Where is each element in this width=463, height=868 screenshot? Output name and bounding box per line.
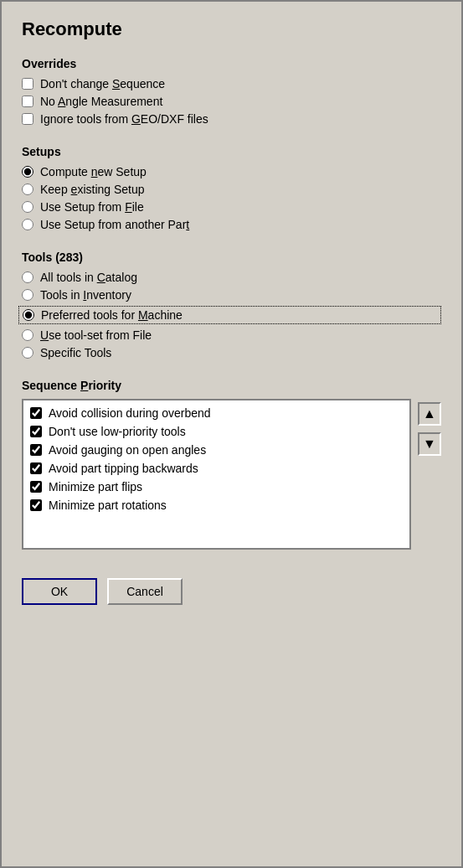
setup-keep-existing: Keep existing Setup — [22, 183, 441, 196]
setup-keep-existing-radio[interactable] — [22, 183, 33, 195]
tools-preferred-machine-label: Preferred tools for Machine — [41, 308, 183, 322]
sequence-priority-section: Sequence Priority Avoid collision during… — [22, 375, 441, 550]
setup-compute-new-radio[interactable] — [22, 166, 33, 178]
sequence-container: Avoid collision during overbend Don't us… — [22, 399, 441, 550]
tools-use-file-label: Use tool-set from File — [40, 328, 152, 342]
move-down-button[interactable]: ▼ — [418, 432, 441, 456]
tools-inventory-label: Tools in Inventory — [40, 288, 131, 302]
dont-change-seq-checkbox[interactable] — [22, 78, 33, 90]
tools-specific-radio[interactable] — [22, 347, 33, 359]
tools-inventory-radio[interactable] — [22, 289, 33, 301]
setup-use-file-radio[interactable] — [22, 201, 33, 213]
seq-avoid-tipping-checkbox[interactable] — [30, 462, 42, 474]
recompute-dialog: Recompute Overrides Don't change Sequenc… — [0, 0, 463, 868]
seq-no-low-priority-label: Don't use low-priority tools — [49, 425, 186, 438]
setup-use-part-radio[interactable] — [22, 219, 33, 230]
seq-minimize-rotations: Minimize part rotations — [27, 496, 406, 514]
tools-section: Tools (283) All tools in Catalog Tools i… — [22, 247, 441, 364]
sequence-list: Avoid collision during overbend Don't us… — [22, 399, 411, 550]
ok-button[interactable]: OK — [22, 578, 97, 605]
setup-use-file-label: Use Setup from File — [40, 200, 144, 214]
override-dont-change-seq: Don't change Sequence — [22, 77, 441, 90]
seq-avoid-collision-label: Avoid collision during overbend — [49, 406, 211, 420]
setups-section: Setups Compute new Setup Keep existing S… — [22, 142, 441, 235]
cancel-button[interactable]: Cancel — [107, 578, 183, 605]
sequence-buttons: ▲ ▼ — [418, 399, 441, 550]
ignore-geo-checkbox[interactable] — [22, 113, 33, 125]
overrides-section: Overrides Don't change Sequence No Angle… — [22, 54, 441, 130]
tools-label: Tools (283) — [22, 251, 441, 264]
setup-compute-new: Compute new Setup — [22, 165, 441, 178]
seq-minimize-flips-label: Minimize part flips — [49, 480, 142, 493]
setup-use-file: Use Setup from File — [22, 200, 441, 214]
move-up-button[interactable]: ▲ — [418, 402, 441, 426]
seq-avoid-collision-checkbox[interactable] — [30, 407, 42, 419]
setups-label: Setups — [22, 145, 441, 158]
tools-inventory: Tools in Inventory — [22, 288, 441, 302]
tools-preferred-machine-radio[interactable] — [23, 309, 34, 321]
dont-change-seq-label: Don't change Sequence — [40, 77, 165, 90]
seq-avoid-gauging: Avoid gauging on open angles — [27, 441, 406, 459]
override-no-angle: No Angle Measurement — [22, 95, 441, 108]
setup-compute-new-label: Compute new Setup — [40, 165, 147, 178]
tools-specific: Specific Tools — [22, 346, 441, 359]
seq-avoid-collision: Avoid collision during overbend — [27, 404, 406, 422]
tools-use-file-radio[interactable] — [22, 329, 33, 341]
sequence-list-wrapper: Avoid collision during overbend Don't us… — [22, 399, 411, 550]
tools-all-catalog-label: All tools in Catalog — [40, 271, 137, 284]
tools-preferred-machine: Preferred tools for Machine — [18, 306, 441, 324]
seq-minimize-rotations-checkbox[interactable] — [30, 499, 42, 511]
tools-all-catalog-radio[interactable] — [22, 271, 33, 283]
seq-avoid-tipping: Avoid part tipping backwards — [27, 459, 406, 478]
ignore-geo-label: Ignore tools from GEO/DXF files — [40, 112, 208, 126]
dialog-title: Recompute — [22, 18, 441, 40]
seq-avoid-tipping-label: Avoid part tipping backwards — [49, 462, 198, 475]
tools-use-file: Use tool-set from File — [22, 328, 441, 342]
seq-avoid-gauging-label: Avoid gauging on open angles — [49, 443, 206, 457]
seq-minimize-flips-checkbox[interactable] — [30, 481, 42, 493]
no-angle-label: No Angle Measurement — [40, 95, 162, 108]
setup-keep-existing-label: Keep existing Setup — [40, 183, 145, 196]
seq-no-low-priority: Don't use low-priority tools — [27, 422, 406, 441]
seq-no-low-priority-checkbox[interactable] — [30, 426, 42, 437]
overrides-label: Overrides — [22, 57, 441, 70]
setup-use-part: Use Setup from another Part — [22, 218, 441, 231]
seq-minimize-rotations-label: Minimize part rotations — [49, 499, 167, 512]
seq-avoid-gauging-checkbox[interactable] — [30, 444, 42, 456]
tools-specific-label: Specific Tools — [40, 346, 111, 359]
no-angle-checkbox[interactable] — [22, 96, 33, 107]
setup-use-part-label: Use Setup from another Part — [40, 218, 189, 231]
seq-minimize-flips: Minimize part flips — [27, 478, 406, 496]
footer: OK Cancel — [22, 578, 441, 605]
override-ignore-geo: Ignore tools from GEO/DXF files — [22, 112, 441, 126]
sequence-priority-label: Sequence Priority — [22, 379, 441, 392]
tools-all-catalog: All tools in Catalog — [22, 271, 441, 284]
